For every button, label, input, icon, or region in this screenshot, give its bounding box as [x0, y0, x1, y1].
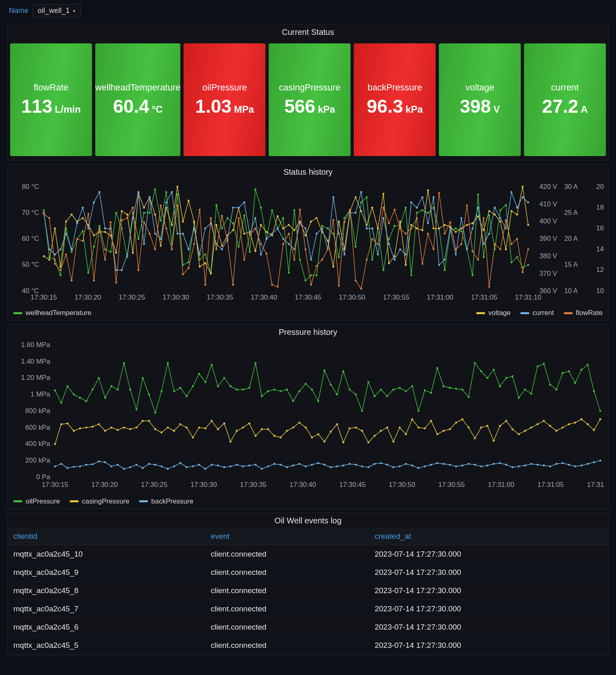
- svg-point-127: [65, 221, 67, 223]
- card-unit: MPa: [234, 104, 254, 115]
- legend-item[interactable]: flowRate: [564, 309, 603, 317]
- svg-point-657: [511, 466, 513, 468]
- status-card-oilPressure[interactable]: oilPressure1.03 MPa: [184, 43, 265, 156]
- svg-point-555: [424, 427, 426, 429]
- legend-item[interactable]: oilPressure: [13, 497, 60, 506]
- svg-point-461: [386, 395, 388, 397]
- variable-picker[interactable]: oil_well_1 ▾: [32, 4, 81, 17]
- svg-point-138: [126, 214, 128, 216]
- table-row[interactable]: mqttx_ac0a2c45_10client.connected2023-07…: [8, 545, 608, 563]
- svg-point-69: [232, 222, 234, 224]
- svg-point-43: [87, 272, 89, 274]
- svg-point-366: [416, 217, 418, 219]
- table-row[interactable]: mqttx_ac0a2c45_8client.connected2023-07-…: [8, 581, 608, 600]
- svg-point-281: [432, 196, 434, 198]
- svg-text:17:30:40: 17:30:40: [251, 294, 277, 301]
- svg-point-502: [92, 426, 94, 428]
- svg-text:17:30:55: 17:30:55: [383, 294, 409, 301]
- legend-item[interactable]: current: [520, 309, 554, 317]
- svg-point-93: [366, 196, 368, 198]
- table-row[interactable]: mqttx_ac0a2c45_5client.connected2023-07-…: [8, 636, 608, 654]
- status-card-flowRate[interactable]: flowRate113 L/min: [10, 43, 92, 156]
- svg-point-589: [86, 464, 88, 466]
- status-card-backPressure[interactable]: backPressure96.3 kPa: [354, 43, 436, 156]
- svg-point-205: [499, 221, 501, 223]
- svg-point-506: [117, 429, 119, 431]
- status-card-current[interactable]: current27.2 A: [524, 43, 606, 156]
- svg-point-453: [336, 394, 338, 396]
- svg-point-347: [310, 284, 312, 286]
- legend-item[interactable]: backPressure: [139, 497, 193, 506]
- svg-point-276: [405, 253, 407, 255]
- status-card-casingPressure[interactable]: casingPressure566 kPa: [269, 43, 351, 156]
- svg-text:30 A: 30 A: [564, 183, 578, 191]
- svg-point-532: [280, 437, 282, 439]
- status-history-chart[interactable]: 40 °C50 °C60 °C70 °C80 °C360 V370 V380 V…: [8, 179, 608, 308]
- svg-point-87: [332, 233, 334, 235]
- legend-item[interactable]: voltage: [476, 309, 511, 317]
- col-clientid[interactable]: clientid: [8, 528, 205, 545]
- svg-point-234: [171, 191, 173, 193]
- svg-point-465: [411, 385, 413, 387]
- svg-point-201: [477, 215, 479, 217]
- legend-item[interactable]: casingPressure: [70, 497, 129, 506]
- svg-point-189: [410, 224, 412, 226]
- pressure-history-chart[interactable]: 0 Pa200 kPa400 kPa600 kPa800 kPa1 MPa1.2…: [8, 339, 608, 496]
- svg-point-659: [524, 465, 526, 467]
- table-row[interactable]: mqttx_ac0a2c45_7client.connected2023-07-…: [8, 600, 608, 618]
- svg-point-438: [242, 389, 244, 391]
- table-row[interactable]: mqttx_ac0a2c45_9client.connected2023-07-…: [8, 563, 608, 581]
- svg-point-235: [176, 233, 178, 235]
- svg-point-490: [568, 371, 570, 373]
- status-card-wellheadTemperature[interactable]: wellheadTemperature60.4 °C: [95, 43, 180, 156]
- svg-point-110: [460, 230, 462, 232]
- svg-point-345: [299, 209, 301, 211]
- svg-point-298: [527, 201, 529, 204]
- svg-point-365: [410, 227, 412, 229]
- svg-point-505: [110, 426, 112, 429]
- col-created_at[interactable]: created_at: [369, 528, 608, 545]
- svg-point-351: [332, 219, 334, 221]
- svg-point-230: [149, 196, 151, 198]
- svg-point-169: [299, 221, 301, 223]
- svg-point-436: [229, 385, 231, 387]
- svg-point-332: [227, 240, 229, 242]
- svg-point-572: [530, 426, 533, 429]
- svg-point-162: [260, 224, 262, 226]
- svg-point-570: [518, 433, 520, 435]
- svg-point-157: [232, 229, 234, 231]
- svg-point-153: [210, 272, 212, 274]
- svg-point-562: [468, 426, 470, 429]
- svg-point-141: [143, 207, 145, 209]
- svg-point-544: [355, 426, 357, 429]
- legend-item[interactable]: wellheadTemperature: [13, 309, 92, 317]
- svg-point-633: [361, 465, 363, 467]
- svg-point-231: [154, 233, 156, 235]
- svg-point-618: [267, 465, 269, 467]
- table-row[interactable]: mqttx_ac0a2c45_6client.connected2023-07-…: [8, 618, 608, 636]
- col-event[interactable]: event: [205, 528, 369, 545]
- card-value: 60.4 °C: [113, 95, 163, 117]
- svg-point-511: [148, 420, 150, 422]
- svg-point-516: [180, 423, 182, 425]
- svg-point-331: [221, 215, 223, 217]
- svg-point-364: [405, 233, 407, 235]
- svg-point-645: [436, 462, 438, 464]
- svg-point-206: [505, 248, 507, 250]
- status-card-voltage[interactable]: voltage398 V: [439, 43, 521, 156]
- panel-pressure-history: Pressure history 0 Pa200 kPa400 kPa600 k…: [7, 324, 609, 509]
- svg-point-175: [332, 266, 334, 268]
- svg-point-91: [355, 246, 357, 248]
- svg-point-258: [304, 227, 306, 229]
- svg-point-356: [360, 288, 362, 290]
- svg-point-439: [248, 387, 250, 389]
- svg-point-653: [486, 465, 488, 467]
- svg-point-340: [271, 284, 273, 286]
- svg-point-430: [192, 385, 194, 387]
- svg-point-545: [361, 430, 363, 432]
- svg-point-180: [360, 210, 362, 212]
- svg-point-377: [477, 259, 479, 261]
- svg-point-194: [438, 227, 440, 229]
- svg-point-661: [537, 464, 539, 466]
- svg-point-594: [117, 464, 119, 466]
